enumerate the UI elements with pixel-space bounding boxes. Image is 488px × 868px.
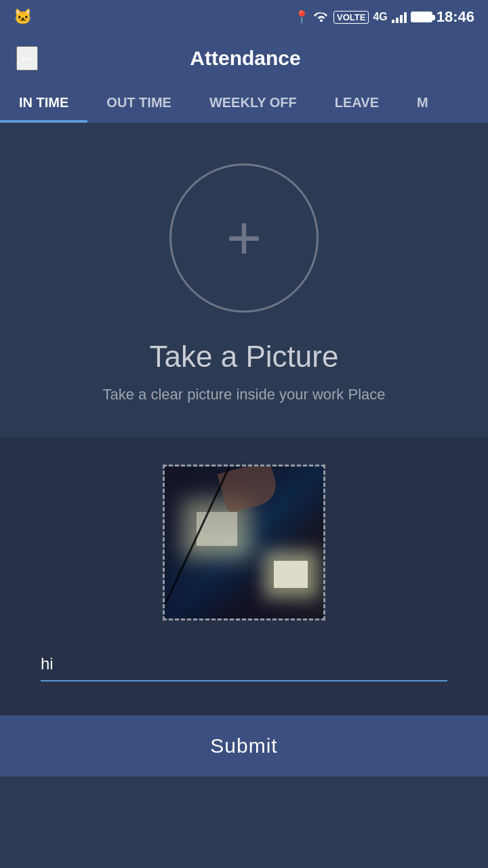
status-icons: 📍 VOLTE 4G 18:46: [294, 8, 474, 26]
tabs-bar: IN TIME OUT TIME WEEKLY OFF LEAVE M: [0, 83, 488, 123]
camera-section: + Take a Picture Take a clear picture in…: [0, 123, 488, 437]
cat-icon: 🐱: [14, 8, 32, 26]
back-button[interactable]: ←: [16, 46, 38, 71]
take-picture-title: Take a Picture: [150, 340, 339, 374]
tab-in-time[interactable]: IN TIME: [0, 83, 87, 123]
volte-badge: VOLTE: [333, 11, 369, 24]
plus-icon: +: [226, 208, 262, 269]
photo-preview: [165, 467, 323, 618]
app-bar: ← Attendance: [0, 34, 488, 83]
signal-bars: [392, 11, 407, 23]
tab-more[interactable]: M: [398, 83, 447, 123]
location-icon: 📍: [294, 9, 309, 24]
photo-container[interactable]: [163, 465, 325, 620]
battery-icon: [411, 12, 432, 22]
submit-button[interactable]: Submit: [210, 734, 277, 757]
tab-weekly-off[interactable]: WEEKLY OFF: [190, 83, 316, 123]
tab-out-time[interactable]: OUT TIME: [87, 83, 190, 123]
camera-circle-button[interactable]: +: [169, 163, 319, 313]
wifi-icon: [313, 9, 329, 25]
status-bar: 🐱 📍 VOLTE 4G 18:46: [0, 0, 488, 34]
submit-bar: Submit: [0, 715, 488, 776]
take-picture-subtitle: Take a clear picture inside your work Pl…: [103, 386, 386, 403]
app-title: Attendance: [52, 47, 439, 70]
status-time: 18:46: [436, 8, 474, 26]
photo-area[interactable]: [41, 465, 447, 620]
4g-label: 4G: [373, 11, 387, 23]
photo-overlay: [165, 467, 323, 618]
text-input-area: [41, 648, 447, 682]
comment-input[interactable]: [41, 648, 447, 682]
content-section: [0, 437, 488, 715]
tab-leave[interactable]: LEAVE: [316, 83, 398, 123]
